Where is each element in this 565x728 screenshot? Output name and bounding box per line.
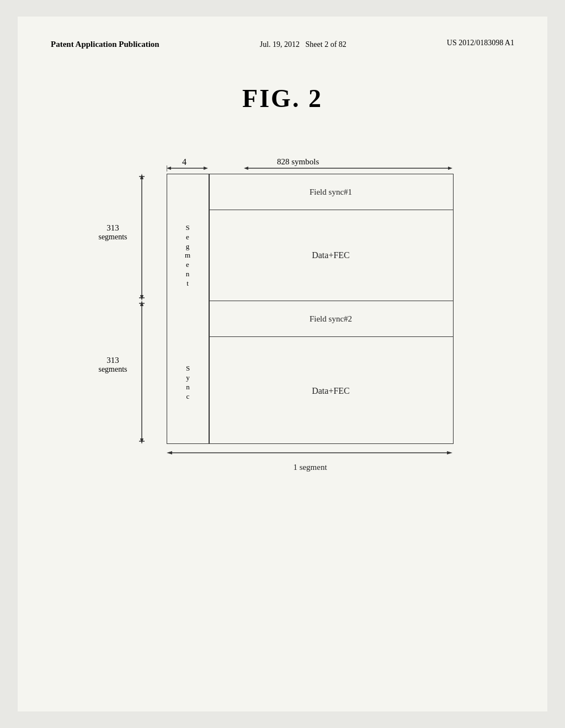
header-left: Patent Application Publication <box>51 39 159 50</box>
data-fec2-row: Data+FEC <box>209 337 453 445</box>
bottom-segment-arrow <box>167 448 454 459</box>
field-sync2-label: Field sync#2 <box>310 314 352 324</box>
header-center: Jul. 19, 2012 Sheet 2 of 82 <box>260 39 347 51</box>
left-label-top-group: 313 segments <box>95 174 150 301</box>
segments-top-num: 313 <box>95 223 131 233</box>
diagram-area: 4 828 symbols F <box>95 157 470 477</box>
bottom-segment-label: 1 segment <box>167 448 454 472</box>
data-fec2-label: Data+FEC <box>312 386 350 396</box>
bracket-bottom-arrow <box>134 301 150 444</box>
main-diagram-box: Field sync#1 Data+FEC Field sync#2 Data+… <box>167 174 454 444</box>
svg-marker-19 <box>447 451 452 454</box>
svg-marker-5 <box>244 167 248 170</box>
patent-number: US 2012/0183098 A1 <box>447 39 514 47</box>
svg-marker-1 <box>167 167 171 170</box>
segments-bot-txt: segments <box>95 365 131 374</box>
publication-title: Patent Application Publication <box>51 40 159 49</box>
field-sync1-label: Field sync#1 <box>310 188 352 197</box>
header-right: US 2012/0183098 A1 <box>447 39 514 47</box>
segments-top-txt: segments <box>95 233 131 242</box>
svg-marker-18 <box>167 451 172 454</box>
data-fec1-row: Data+FEC <box>209 210 453 301</box>
left-label-bottom-group: 313 segments <box>95 301 150 444</box>
bottom-segment-text: 1 segment <box>167 463 454 472</box>
bracket-top-arrow <box>134 174 150 301</box>
sheet-info: Sheet 2 of 82 <box>306 40 347 49</box>
header: Patent Application Publication Jul. 19, … <box>51 39 514 51</box>
left-label-bottom: 313 segments <box>95 356 131 374</box>
page: Patent Application Publication Jul. 19, … <box>18 17 547 711</box>
segments-bot-num: 313 <box>95 356 131 365</box>
segment-vertical-text: S e g m e n t <box>178 210 198 301</box>
field-sync1-row: Field sync#1 <box>209 174 453 210</box>
field-sync2-row: Field sync#2 <box>209 301 453 337</box>
sync-vertical-text: S y n c <box>178 337 198 428</box>
left-label-top: 313 segments <box>95 223 131 242</box>
svg-marker-2 <box>204 167 208 170</box>
figure-title: FIG. 2 <box>51 84 514 113</box>
svg-marker-6 <box>448 167 452 170</box>
publication-date: Jul. 19, 2012 <box>260 40 300 49</box>
data-fec1-label: Data+FEC <box>312 250 350 260</box>
